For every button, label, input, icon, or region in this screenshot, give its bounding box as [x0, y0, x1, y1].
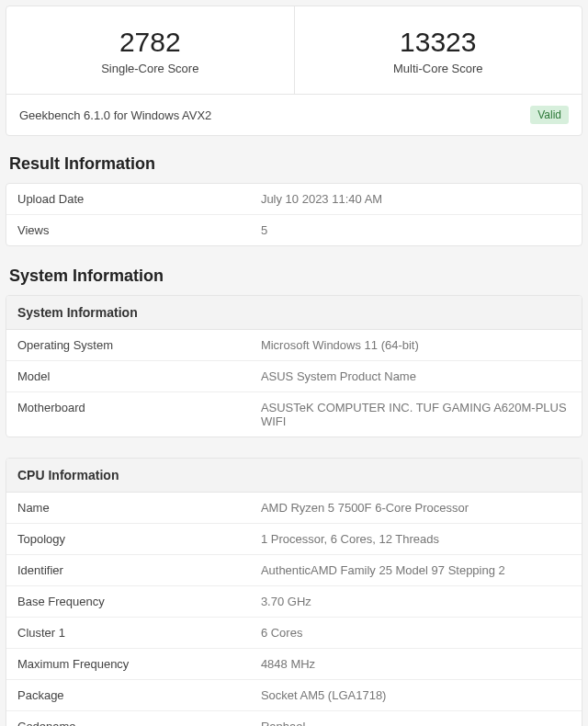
row-value: 5: [261, 223, 571, 237]
row-value: Microsoft Windows 11 (64-bit): [261, 338, 571, 352]
row-label: Package: [17, 688, 261, 702]
table-row: Codename Raphael: [6, 711, 582, 726]
scores-row: 2782 Single-Core Score 13323 Multi-Core …: [6, 6, 582, 94]
table-row: Cluster 1 6 Cores: [6, 618, 582, 649]
system-info-card: System Information Operating System Micr…: [6, 295, 582, 437]
table-row: Upload Date July 10 2023 11:40 AM: [6, 184, 582, 215]
row-value: ASUSTeK COMPUTER INC. TUF GAMING A620M-P…: [261, 401, 571, 428]
row-value: ASUS System Product Name: [261, 369, 571, 383]
row-label: Codename: [17, 720, 261, 726]
table-row: Base Frequency 3.70 GHz: [6, 586, 582, 618]
row-value: July 10 2023 11:40 AM: [261, 192, 571, 206]
multi-core-label: Multi-Core Score: [304, 62, 573, 75]
row-value: AuthenticAMD Family 25 Model 97 Stepping…: [261, 563, 571, 577]
page: 2782 Single-Core Score 13323 Multi-Core …: [0, 0, 588, 726]
table-row: Identifier AuthenticAMD Family 25 Model …: [6, 555, 582, 586]
row-label: Name: [17, 501, 261, 515]
valid-badge: Valid: [530, 106, 569, 124]
system-sub-header: System Information: [6, 296, 582, 330]
row-value: 3.70 GHz: [261, 595, 571, 608]
single-core-cell: 2782 Single-Core Score: [6, 6, 295, 94]
row-label: Base Frequency: [17, 595, 261, 608]
table-row: Maximum Frequency 4848 MHz: [6, 649, 582, 680]
table-row: Topology 1 Processor, 6 Cores, 12 Thread…: [6, 524, 582, 555]
row-label: Views: [17, 223, 261, 237]
cpu-sub-header: CPU Information: [6, 459, 582, 493]
version-row: Geekbench 6.1.0 for Windows AVX2 Valid: [6, 94, 582, 135]
row-label: Upload Date: [17, 192, 261, 206]
cpu-info-card: CPU Information Name AMD Ryzen 5 7500F 6…: [6, 458, 582, 726]
row-label: Model: [17, 369, 261, 383]
row-value: 4848 MHz: [261, 657, 571, 671]
multi-core-score: 13323: [304, 27, 573, 58]
scores-card: 2782 Single-Core Score 13323 Multi-Core …: [6, 6, 582, 136]
single-core-score: 2782: [16, 27, 285, 58]
row-value: 1 Processor, 6 Cores, 12 Threads: [261, 532, 571, 546]
table-row: Name AMD Ryzen 5 7500F 6-Core Processor: [6, 493, 582, 524]
table-row: Views 5: [6, 215, 582, 245]
version-text: Geekbench 6.1.0 for Windows AVX2: [19, 108, 211, 122]
multi-core-cell: 13323 Multi-Core Score: [295, 6, 582, 94]
row-label: Identifier: [17, 563, 261, 577]
table-row: Operating System Microsoft Windows 11 (6…: [6, 330, 582, 361]
row-value: Socket AM5 (LGA1718): [261, 688, 571, 702]
row-label: Cluster 1: [17, 626, 261, 640]
row-label: Topology: [17, 532, 261, 546]
result-info-card: Upload Date July 10 2023 11:40 AM Views …: [6, 183, 582, 246]
section-title-system: System Information: [9, 267, 582, 286]
row-value: Raphael: [261, 720, 571, 726]
table-row: Motherboard ASUSTeK COMPUTER INC. TUF GA…: [6, 392, 582, 437]
row-label: Operating System: [17, 338, 261, 352]
row-value: 6 Cores: [261, 626, 571, 640]
section-title-result: Result Information: [9, 154, 582, 174]
row-value: AMD Ryzen 5 7500F 6-Core Processor: [261, 501, 571, 515]
row-label: Motherboard: [17, 401, 261, 428]
single-core-label: Single-Core Score: [16, 62, 285, 75]
table-row: Package Socket AM5 (LGA1718): [6, 680, 582, 711]
row-label: Maximum Frequency: [17, 657, 261, 671]
table-row: Model ASUS System Product Name: [6, 361, 582, 392]
